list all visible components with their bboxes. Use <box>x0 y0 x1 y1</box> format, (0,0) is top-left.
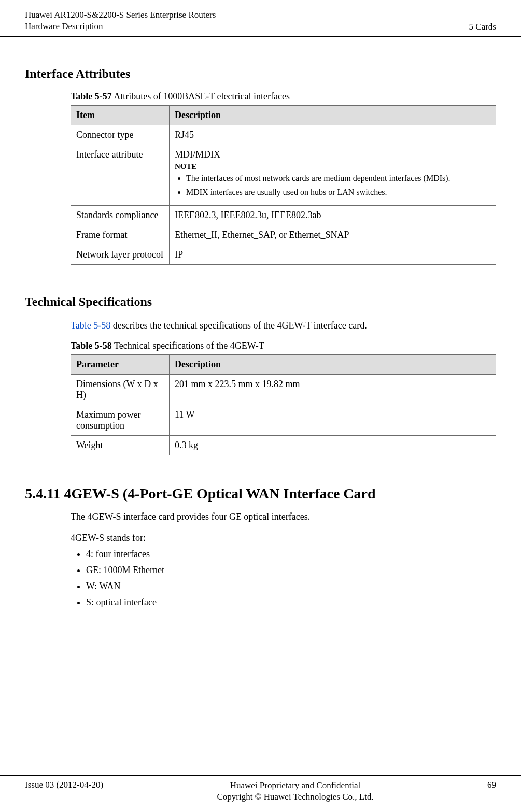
table-row: Parameter Description <box>71 354 496 374</box>
table-row: Weight 0.3 kg <box>71 435 496 455</box>
th-description: Description <box>170 354 496 374</box>
td-item: Connector type <box>71 125 170 145</box>
td-param: Weight <box>71 435 170 455</box>
table-5-57-caption: Table 5-57 Attributes of 1000BASE-T elec… <box>71 91 496 102</box>
table-5-58-caption: Table 5-58 Technical specifications of t… <box>71 340 496 351</box>
td-item: Interface attribute <box>71 145 170 206</box>
footer-center-line1: Huawei Proprietary and Confidential <box>217 780 373 791</box>
tech-specs-intro: Table 5-58 describes the technical speci… <box>71 319 496 332</box>
table-row: Item Description <box>71 106 496 125</box>
table-5-58: Parameter Description Dimensions (W x D … <box>71 354 496 455</box>
header-left: Huawei AR1200-S&2200-S Series Enterprise… <box>25 9 216 32</box>
td-desc: 11 W <box>170 405 496 435</box>
td-desc: IEEE802.3, IEEE802.3u, IEEE802.3ab <box>170 205 496 225</box>
table-5-57-caption-label: Table 5-57 <box>71 91 112 102</box>
table-5-57: Item Description Connector type RJ45 Int… <box>71 105 496 265</box>
table-5-58-caption-text: Technical specifications of the 4GEW-T <box>112 340 264 351</box>
tech-specs-block: Table 5-58 describes the technical speci… <box>71 319 496 455</box>
table-row: Frame format Ethernet_II, Ethernet_SAP, … <box>71 225 496 245</box>
td-item: Standards compliance <box>71 205 170 225</box>
page-content: Interface Attributes Table 5-57 Attribut… <box>0 67 521 608</box>
td-item: Frame format <box>71 225 170 245</box>
header-right: 5 Cards <box>469 22 496 32</box>
td-item: Network layer protocol <box>71 245 170 264</box>
list-item: GE: 1000M Ethernet <box>86 565 496 576</box>
th-description: Description <box>170 106 496 125</box>
table-row: Network layer protocol IP <box>71 245 496 264</box>
td-desc: 0.3 kg <box>170 435 496 455</box>
td-desc: 201 mm x 223.5 mm x 19.82 mm <box>170 374 496 405</box>
table-5-58-caption-label: Table 5-58 <box>71 340 112 351</box>
list-item: 4: four interfaces <box>86 549 496 560</box>
td-desc: Ethernet_II, Ethernet_SAP, or Ethernet_S… <box>170 225 496 245</box>
table-row: Standards compliance IEEE802.3, IEEE802.… <box>71 205 496 225</box>
note-label: NOTE <box>175 162 490 171</box>
tech-specs-intro-rest: describes the technical specifications o… <box>110 320 367 331</box>
footer-left: Issue 03 (2012-04-20) <box>25 780 103 790</box>
header-title-line2: Hardware Description <box>25 21 216 32</box>
chapter-para-1: The 4GEW-S interface card provides four … <box>71 510 496 523</box>
td-desc-main: MDI/MDIX <box>175 149 490 160</box>
header-title-line1: Huawei AR1200-S&2200-S Series Enterprise… <box>25 9 216 21</box>
th-parameter: Parameter <box>71 354 170 374</box>
td-desc: IP <box>170 245 496 264</box>
table-5-57-caption-text: Attributes of 1000BASE-T electrical inte… <box>112 91 290 102</box>
stands-for-list: 4: four interfaces GE: 1000M Ethernet W:… <box>71 549 496 608</box>
td-param: Maximum power consumption <box>71 405 170 435</box>
chapter-4gew-s-body: The 4GEW-S interface card provides four … <box>71 510 496 608</box>
table-5-58-link[interactable]: Table 5-58 <box>71 320 110 331</box>
section-heading-interface-attributes: Interface Attributes <box>25 67 496 81</box>
list-item: W: WAN <box>86 581 496 592</box>
footer-center-line2: Copyright © Huawei Technologies Co., Ltd… <box>217 791 373 803</box>
table-5-57-block: Table 5-57 Attributes of 1000BASE-T elec… <box>71 91 496 265</box>
list-item: MDIX interfaces are usually used on hubs… <box>186 187 490 198</box>
chapter-heading-4gew-s: 5.4.11 4GEW-S (4-Port-GE Optical WAN Int… <box>25 486 496 502</box>
table-row: Maximum power consumption 11 W <box>71 405 496 435</box>
th-item: Item <box>71 106 170 125</box>
footer-page-number: 69 <box>487 780 496 790</box>
list-item: The interfaces of most network cards are… <box>186 173 490 184</box>
td-desc: MDI/MDIX NOTE The interfaces of most net… <box>170 145 496 206</box>
page-header: Huawei AR1200-S&2200-S Series Enterprise… <box>0 0 521 37</box>
td-desc: RJ45 <box>170 125 496 145</box>
chapter-para-2: 4GEW-S stands for: <box>71 532 496 545</box>
note-list: The interfaces of most network cards are… <box>175 173 490 198</box>
section-heading-tech-specs: Technical Specifications <box>25 295 496 309</box>
footer-center: Huawei Proprietary and Confidential Copy… <box>217 780 373 803</box>
table-row: Interface attribute MDI/MDIX NOTE The in… <box>71 145 496 206</box>
page-footer: Issue 03 (2012-04-20) Huawei Proprietary… <box>0 775 521 803</box>
td-param: Dimensions (W x D x H) <box>71 374 170 405</box>
list-item: S: optical interface <box>86 597 496 608</box>
table-row: Dimensions (W x D x H) 201 mm x 223.5 mm… <box>71 374 496 405</box>
table-row: Connector type RJ45 <box>71 125 496 145</box>
